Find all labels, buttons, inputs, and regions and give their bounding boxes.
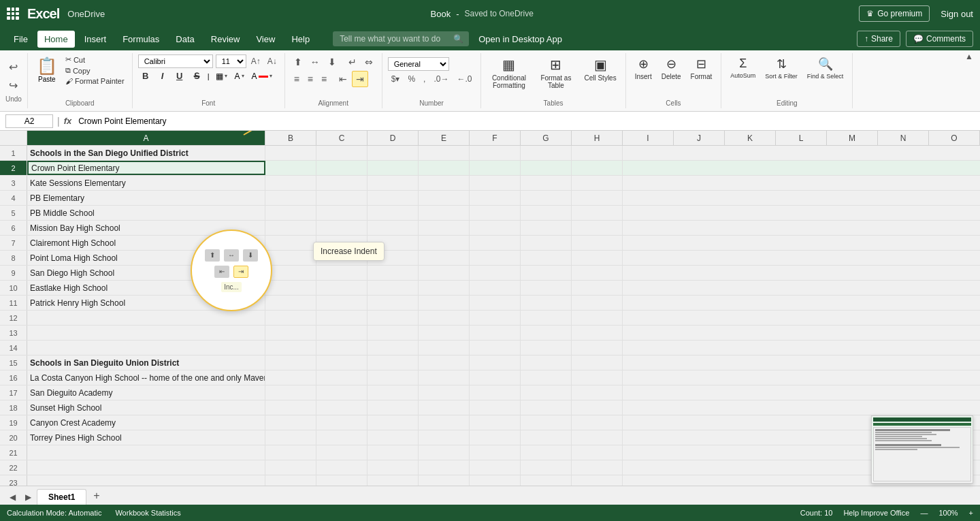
cell-c22[interactable]	[316, 460, 368, 475]
table-row[interactable]: 16La Costa Canyon High School -- home of…	[0, 370, 980, 385]
sign-out-button[interactable]: Sign out	[941, 9, 973, 19]
row-number[interactable]: 7	[0, 236, 27, 250]
cell-f11[interactable]	[470, 296, 521, 310]
col-header-k[interactable]: K	[725, 131, 776, 145]
col-header-b[interactable]: B	[265, 131, 316, 145]
cell-h18[interactable]	[572, 400, 623, 415]
cell-d19[interactable]	[368, 415, 419, 430]
cell-c21[interactable]	[316, 445, 368, 460]
cell-e17[interactable]	[419, 385, 470, 400]
cell-b12[interactable]	[265, 311, 316, 325]
cell-b7[interactable]	[265, 236, 316, 250]
table-row[interactable]: 4PB Elementary	[0, 191, 980, 206]
cell-f12[interactable]	[470, 311, 521, 325]
cell-h9[interactable]	[572, 266, 623, 280]
cell-c18[interactable]	[316, 400, 368, 415]
row-number[interactable]: 12	[0, 311, 27, 325]
cell-h7[interactable]	[572, 236, 623, 250]
cell-g12[interactable]	[521, 311, 572, 325]
cell-d5[interactable]	[368, 206, 419, 220]
cell-d11[interactable]	[368, 296, 419, 310]
share-button[interactable]: ↑ Share	[857, 31, 900, 47]
menu-insert[interactable]: Insert	[78, 31, 114, 48]
menu-data[interactable]: Data	[169, 31, 201, 48]
cell-b11[interactable]	[265, 296, 316, 310]
redo-button[interactable]: ↪	[7, 77, 20, 94]
cell-c13[interactable]	[316, 326, 368, 340]
cell-c15[interactable]	[316, 356, 368, 370]
menu-help[interactable]: Help	[284, 31, 316, 48]
cell-e8[interactable]	[419, 251, 470, 265]
cell-h15[interactable]	[572, 356, 623, 370]
cell-h5[interactable]	[572, 206, 623, 220]
cell-a3[interactable]: Kate Sessions Elementary	[27, 176, 265, 190]
cell-h17[interactable]	[572, 385, 623, 400]
strikethrough-button[interactable]: S̶	[189, 69, 204, 82]
cell-f9[interactable]	[470, 266, 521, 280]
tab-nav-right[interactable]: ▶	[21, 490, 35, 505]
cell-a1[interactable]: Schools in the San Diego Unified Distric…	[27, 146, 265, 160]
cell-f20[interactable]	[470, 430, 521, 445]
cell-b1[interactable]	[265, 146, 316, 160]
align-right-button[interactable]: ≡	[318, 72, 330, 86]
cell-b16[interactable]	[265, 370, 316, 385]
cell-c14[interactable]	[316, 341, 368, 355]
row-number[interactable]: 19	[0, 415, 27, 430]
cell-g9[interactable]	[521, 266, 572, 280]
menu-formulas[interactable]: Formulas	[116, 31, 166, 48]
cell-c20[interactable]	[316, 430, 368, 445]
row-number[interactable]: 3	[0, 176, 27, 190]
row-number[interactable]: 10	[0, 281, 27, 295]
cell-b9[interactable]	[265, 266, 316, 280]
cell-h20[interactable]	[572, 430, 623, 445]
cell-h11[interactable]	[572, 296, 623, 310]
cell-f13[interactable]	[470, 326, 521, 340]
table-row[interactable]: 15Schools in San Dieguito Union District	[0, 356, 980, 370]
cell-h14[interactable]	[572, 341, 623, 355]
border-color-button[interactable]: ▦ ▾	[213, 70, 230, 82]
cell-a22[interactable]	[27, 460, 265, 475]
cell-g19[interactable]	[521, 415, 572, 430]
cell-a15[interactable]: Schools in San Dieguito Union District	[27, 356, 265, 370]
row-number[interactable]: 6	[0, 221, 27, 235]
row-number[interactable]: 18	[0, 400, 27, 415]
cell-h12[interactable]	[572, 311, 623, 325]
cell-a19[interactable]: Canyon Crest Academy	[27, 415, 265, 430]
cell-d17[interactable]	[368, 385, 419, 400]
italic-button[interactable]: I	[155, 69, 170, 82]
cell-d3[interactable]	[368, 176, 419, 190]
cell-d21[interactable]	[368, 445, 419, 460]
table-row[interactable]: 22	[0, 460, 980, 475]
cell-g8[interactable]	[521, 251, 572, 265]
cell-f5[interactable]	[470, 206, 521, 220]
table-row[interactable]: 9San Diego High School	[0, 266, 980, 281]
cell-e18[interactable]	[419, 400, 470, 415]
cell-e15[interactable]	[419, 356, 470, 370]
cell-a4[interactable]: PB Elementary	[27, 191, 265, 205]
cell-d4[interactable]	[368, 191, 419, 205]
percent-button[interactable]: %	[404, 72, 419, 86]
cell-e23[interactable]	[419, 475, 470, 486]
cell-g23[interactable]	[521, 475, 572, 486]
cell-c17[interactable]	[316, 385, 368, 400]
cell-f7[interactable]	[470, 236, 521, 250]
cell-e4[interactable]	[419, 191, 470, 205]
table-row[interactable]: 2Crown Point Elementary	[0, 161, 980, 176]
cell-b10[interactable]	[265, 281, 316, 295]
align-left-button[interactable]: ≡	[291, 72, 303, 86]
cell-g14[interactable]	[521, 341, 572, 355]
cell-d13[interactable]	[368, 326, 419, 340]
cell-a12[interactable]	[27, 311, 265, 325]
col-header-j[interactable]: J	[674, 131, 725, 145]
cell-g15[interactable]	[521, 356, 572, 370]
row-number[interactable]: 16	[0, 370, 27, 385]
cell-g5[interactable]	[521, 206, 572, 220]
row-number[interactable]: 2	[0, 161, 27, 175]
cell-c23[interactable]	[316, 475, 368, 486]
cell-b20[interactable]	[265, 430, 316, 445]
col-header-f[interactable]: F	[470, 131, 521, 145]
cell-styles-button[interactable]: ▣ Cell Styles	[581, 54, 619, 84]
cell-g13[interactable]	[521, 326, 572, 340]
merge-button[interactable]: ⇔	[361, 54, 376, 69]
add-sheet-button[interactable]: +	[88, 487, 105, 505]
